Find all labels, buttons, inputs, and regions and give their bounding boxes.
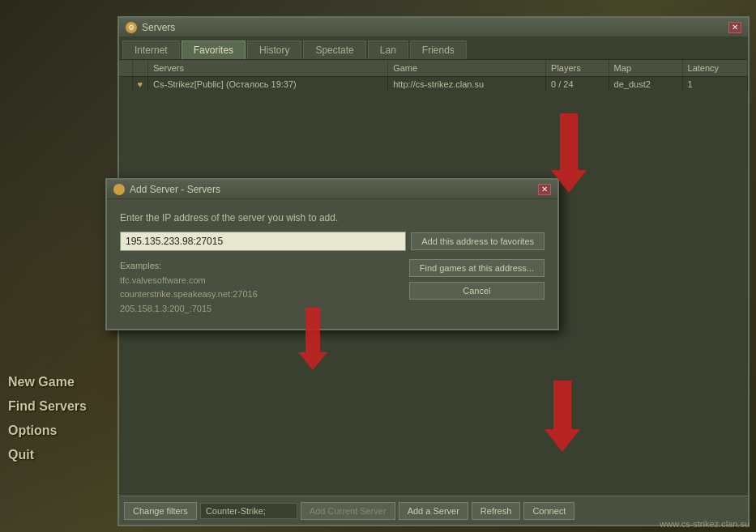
server-table: Servers Game Players Map Latency ♥ Cs-St… [119,60,748,92]
cell-pin [119,77,132,92]
example-line-1: tfc.valvesoftware.com [120,275,206,285]
col-pin [119,60,132,77]
window-titlebar: ⚙ Servers ✕ [119,18,748,37]
dialog-examples-section: Examples: tfc.valvesoftware.com counters… [120,259,404,316]
find-games-button[interactable]: Find games at this address... [409,259,545,277]
watermark: www.cs-strikez.clan.su [660,519,750,529]
col-players[interactable]: Players [546,60,609,77]
tab-lan[interactable]: Lan [368,40,408,59]
tab-history[interactable]: History [247,40,301,59]
arrow-down-2 [298,308,327,370]
col-game[interactable]: Game [388,60,546,77]
example-line-2: counterstrike.speakeasy.net:27016 [120,289,258,299]
cancel-button[interactable]: Cancel [409,282,545,300]
window-title: Servers [142,22,728,33]
col-map[interactable]: Map [609,60,682,77]
change-filters-button[interactable]: Change filters [124,502,197,520]
dialog-input-row: Add this address to favorites [120,232,545,251]
example-line-3: 205.158.1.3:200_:7015 [120,304,211,313]
filter-input[interactable] [200,503,297,519]
arrow-down-3 [545,381,580,452]
dialog-title: Add Server - Servers [130,184,538,195]
tab-spectate[interactable]: Spectate [303,40,365,59]
dialog-titlebar: Add Server - Servers ✕ [107,180,557,199]
connect-button[interactable]: Connect [523,502,574,520]
dialog-description: Enter the IP address of the server you w… [120,212,545,223]
add-current-server-button[interactable]: Add Current Server [301,502,395,520]
dialog-actions: Find games at this address... Cancel [409,259,545,316]
dialog-bottom-row: Examples: tfc.valvesoftware.com counters… [120,259,545,316]
cell-server-name: Cs-Strikez[Public] (Осталось 19:37) [148,77,388,92]
tabs-bar: Internet Favorites History Spectate Lan … [119,37,748,60]
cell-latency: 1 [682,77,747,92]
arrow-down-1 [551,113,587,193]
refresh-button[interactable]: Refresh [472,502,521,520]
menu-item-quit[interactable]: Quit [8,443,113,467]
cell-map: de_dust2 [609,77,682,92]
add-server-dialog: Add Server - Servers ✕ Enter the IP addr… [105,178,559,330]
bottom-toolbar: Change filters Add Current Server Add a … [119,496,748,525]
add-to-favorites-button[interactable]: Add this address to favorites [411,232,545,250]
ip-address-input[interactable] [120,232,406,251]
dialog-body: Enter the IP address of the server you w… [107,199,557,329]
cell-fav: ♥ [132,77,148,92]
dialog-title-icon [113,184,125,195]
cell-players: 0 / 24 [546,77,609,92]
menu-item-options[interactable]: Options [8,419,113,443]
col-servers[interactable]: Servers [148,60,388,77]
add-server-button[interactable]: Add a Server [399,502,468,520]
examples-label: Examples: [120,261,161,270]
table-row[interactable]: ♥ Cs-Strikez[Public] (Осталось 19:37) ht… [119,77,748,92]
dialog-close-button[interactable]: ✕ [538,184,551,195]
menu-item-new-game[interactable]: New Game [8,370,113,394]
tab-favorites[interactable]: Favorites [182,40,246,59]
col-fav [132,60,148,77]
tab-internet[interactable]: Internet [122,40,180,59]
window-title-icon: ⚙ [126,22,137,33]
menu-item-find-servers[interactable]: Find Servers [8,394,113,419]
left-menu: New Game Find Servers Options Quit [0,0,113,532]
window-close-button[interactable]: ✕ [728,22,741,33]
cell-game: http://cs-strikez.clan.su [388,77,546,92]
dialog-examples: Examples: tfc.valvesoftware.com counters… [120,259,404,316]
tab-friends[interactable]: Friends [410,40,467,59]
col-latency[interactable]: Latency [682,60,747,77]
